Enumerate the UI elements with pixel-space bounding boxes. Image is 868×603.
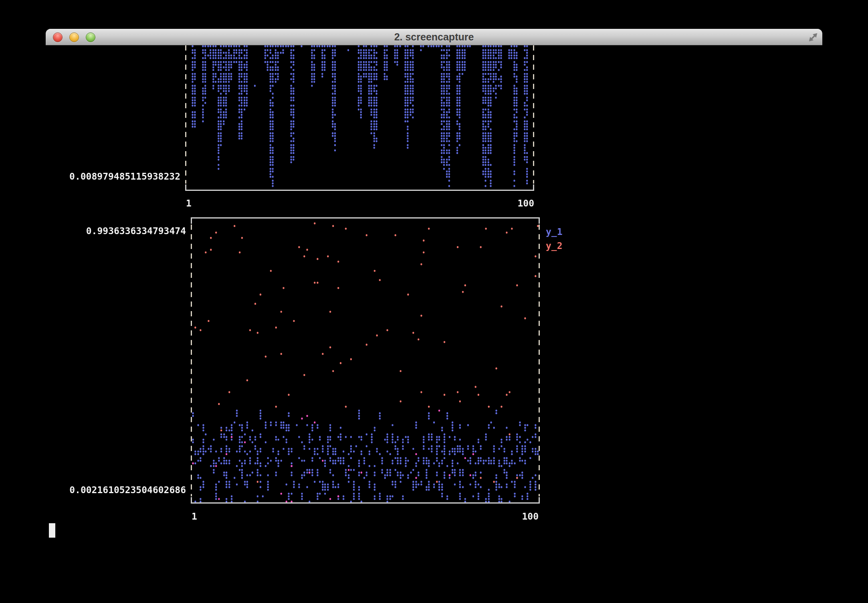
plot1-right-border bbox=[533, 45, 534, 184]
plot1-bottom-border bbox=[185, 190, 534, 191]
terminal-canvas bbox=[46, 45, 822, 603]
plot1-xmax-label: 100 bbox=[494, 198, 534, 208]
terminal-cursor bbox=[49, 523, 55, 538]
plot2-top-corner-left bbox=[191, 219, 192, 224]
title-bar[interactable]: 2. screencapture bbox=[46, 29, 822, 45]
plot2-left-border bbox=[191, 225, 192, 496]
plot2-bottom-border bbox=[191, 502, 540, 504]
plot1-left-border bbox=[185, 45, 186, 184]
plot2-ymin-label: 0.0021610523504602686 bbox=[46, 485, 186, 495]
terminal-content[interactable]: 0.008979485115938232 1 100 0.99363363347… bbox=[46, 45, 822, 603]
resize-arrows-icon[interactable] bbox=[807, 31, 819, 43]
plot2-xmax-label: 100 bbox=[499, 511, 539, 522]
plot2-xmin-label: 1 bbox=[192, 511, 197, 522]
plot1-corner-left bbox=[185, 184, 186, 190]
plot2-top-border bbox=[191, 217, 540, 219]
desktop: { "window": { "title": "2. screencapture… bbox=[0, 0, 868, 603]
plot1-xmin-label: 1 bbox=[186, 198, 192, 208]
terminal-window: 2. screencapture 0.008979485115938232 1 … bbox=[46, 29, 822, 603]
plot2-ymax-label: 0.9936336334793474 bbox=[46, 226, 186, 236]
plot2-bottom-corner-left bbox=[191, 497, 192, 502]
plot2-right-border bbox=[539, 225, 540, 496]
plot1-ymin-label: 0.008979485115938232 bbox=[46, 171, 180, 182]
plot2-bottom-corner-right bbox=[539, 497, 540, 502]
window-title: 2. screencapture bbox=[46, 29, 822, 45]
plot1-corner-right bbox=[533, 184, 534, 190]
legend-item-y2: y_2 bbox=[546, 241, 563, 251]
plot2-top-corner-right bbox=[539, 219, 540, 224]
legend-item-y1: y_1 bbox=[546, 227, 563, 237]
